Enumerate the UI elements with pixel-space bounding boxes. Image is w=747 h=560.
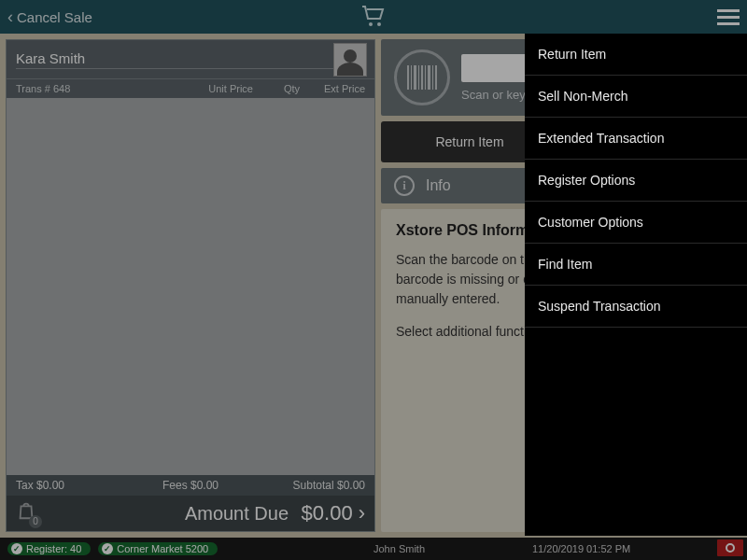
svg-rect-6 (421, 65, 423, 90)
top-bar: ‹ Cancel Sale (0, 0, 747, 34)
check-icon: ✓ (102, 543, 113, 554)
tax-total: Tax $0.00 (16, 479, 133, 492)
subtotal: Subtotal $0.00 (248, 479, 365, 492)
avatar-icon[interactable] (333, 43, 367, 77)
customer-name[interactable]: Kara Smith (16, 50, 333, 69)
status-bar: ✓ Register: 40 ✓ Corner Market 5200 John… (0, 538, 747, 560)
menu-item-return-item[interactable]: Return Item (525, 34, 747, 76)
brand-icon (717, 539, 743, 556)
check-icon: ✓ (11, 543, 22, 554)
status-user: John Smith (374, 543, 425, 554)
receipt-lines (7, 98, 374, 475)
svg-rect-7 (425, 65, 426, 90)
header-unit-price: Unit Price (188, 83, 253, 94)
context-menu: Return Item Sell Non-Merch Extended Tran… (525, 34, 747, 536)
menu-item-suspend-transaction[interactable]: Suspend Transaction (525, 286, 747, 328)
back-chevron-icon[interactable]: ‹ (7, 7, 13, 27)
status-datetime: 11/20/2019 01:52 PM (532, 543, 630, 554)
receipt-panel: Kara Smith Trans # 648 Unit Price Qty Ex… (6, 39, 375, 532)
amount-due-value: $0.00 (302, 501, 353, 525)
fees-total: Fees $0.00 (133, 479, 249, 492)
menu-item-sell-non-merch[interactable]: Sell Non-Merch (525, 76, 747, 118)
menu-item-customer-options[interactable]: Customer Options (525, 202, 747, 244)
hamburger-menu-icon[interactable] (717, 9, 740, 25)
status-register: ✓ Register: 40 (7, 542, 91, 555)
status-store: ✓ Corner Market 5200 (98, 542, 218, 555)
menu-item-register-options[interactable]: Register Options (525, 160, 747, 202)
header-ext-price: Ext Price (300, 83, 365, 94)
bag-count: 0 (29, 515, 42, 528)
receipt-subtotals: Tax $0.00 Fees $0.00 Subtotal $0.00 (7, 475, 374, 496)
menu-item-extended-transaction[interactable]: Extended Transaction (525, 118, 747, 160)
barcode-icon (394, 49, 450, 105)
header-qty: Qty (253, 83, 300, 94)
cart-icon[interactable] (360, 4, 387, 32)
cancel-sale-button[interactable]: Cancel Sale (17, 9, 92, 25)
chevron-right-icon[interactable]: › (359, 501, 365, 525)
svg-point-0 (369, 22, 373, 26)
info-icon: i (394, 175, 415, 196)
receipt-headers: Trans # 648 Unit Price Qty Ext Price (7, 79, 374, 98)
bag-icon[interactable]: 0 (16, 500, 42, 526)
transaction-number: Trans # 648 (16, 83, 188, 94)
menu-item-find-item[interactable]: Find Item (525, 244, 747, 286)
svg-rect-3 (411, 65, 412, 90)
svg-rect-5 (418, 65, 419, 90)
svg-rect-4 (414, 65, 416, 90)
svg-rect-8 (428, 65, 430, 90)
amount-due-label: Amount Due (185, 503, 289, 524)
svg-rect-10 (435, 65, 437, 90)
svg-rect-9 (432, 65, 433, 90)
info-heading: Info (426, 177, 451, 194)
svg-rect-2 (407, 65, 409, 90)
svg-point-1 (377, 22, 381, 26)
receipt-amount-due-row[interactable]: 0 Amount Due $0.00 › (7, 496, 374, 531)
